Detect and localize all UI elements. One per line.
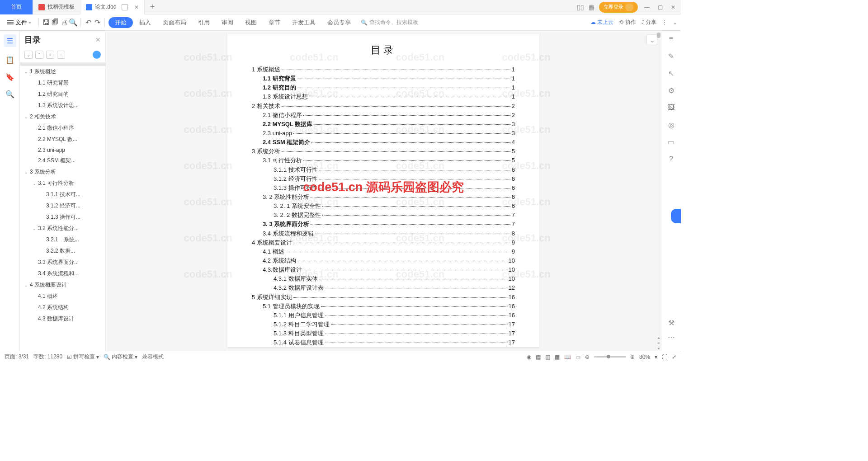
outline-item[interactable]: 2.3 uni-app <box>20 145 105 155</box>
zoom-out-icon[interactable]: ⊖ <box>585 354 590 360</box>
document-area[interactable]: ⌄ code51.cncode51.cncode51.cncode51.cnco… <box>106 31 661 351</box>
toc-entry[interactable]: 2.3 uni-app3 <box>252 129 515 138</box>
outline-item[interactable]: 2.4 SSM 框架... <box>20 155 105 166</box>
toc-entry[interactable]: 3. 2. 1 系统安全性6 <box>252 202 515 211</box>
apps-icon[interactable]: ▦ <box>589 4 594 11</box>
toc-entry[interactable]: 3. 2. 2 数据完整性7 <box>252 211 515 220</box>
zoom-dropdown-icon[interactable]: ▾ <box>655 354 657 360</box>
outline-item[interactable]: ⌄4 系统概要设计 <box>20 279 105 291</box>
toc-entry[interactable]: 2.1 微信小程序2 <box>252 111 515 120</box>
outline-item[interactable]: 3.2.1 系统... <box>20 234 105 245</box>
focus-mode-icon[interactable]: ◉ <box>527 354 531 360</box>
outline-item[interactable]: 4.2 系统结构 <box>20 302 105 313</box>
image-icon[interactable]: 🖼 <box>667 103 676 112</box>
menu-会员专享[interactable]: 会员专享 <box>322 17 356 28</box>
outline-item[interactable]: 4.1 概述 <box>20 291 105 302</box>
message-icon[interactable] <box>93 51 101 59</box>
menu-开发工具[interactable]: 开发工具 <box>287 17 321 28</box>
device-icon[interactable]: ▭ <box>667 137 676 146</box>
print-preview-icon[interactable]: 🔍 <box>70 19 77 26</box>
maximize-button[interactable]: ▢ <box>656 4 665 10</box>
toc-entry[interactable]: 1.1 研究背景1 <box>252 74 515 83</box>
outline-close-icon[interactable]: ✕ <box>95 36 101 43</box>
save-icon[interactable]: 🖫 <box>42 19 50 26</box>
tab-document[interactable]: 论文.doc✕ <box>80 0 145 14</box>
more-dots-icon[interactable]: ⋯ <box>667 333 676 342</box>
toc-entry[interactable]: 5.1.2 科目二学习管理17 <box>252 320 515 329</box>
command-search[interactable]: 🔍查找命令、搜索模板 <box>361 19 418 26</box>
outline-item[interactable]: ⌄1 系统概述 <box>20 66 105 77</box>
file-menu[interactable]: 文件▾ <box>4 17 35 28</box>
bookmark-toggle-icon[interactable]: ⌄ <box>646 34 657 45</box>
cloud-status[interactable]: ☁ 未上云 <box>590 19 613 26</box>
outline-item[interactable]: 2.1 微信小程序 <box>20 122 105 134</box>
read-mode-icon[interactable]: 📖 <box>564 354 571 360</box>
share-button[interactable]: ⤴ 分享 <box>642 19 656 26</box>
toc-entry[interactable]: 3.1.1 技术可行性6 <box>252 165 515 174</box>
menu-lines-icon[interactable]: ≡ <box>667 34 676 43</box>
fit-page-icon[interactable]: ⛶ <box>662 354 667 360</box>
toc-entry[interactable]: 2.2 MYSQL 数据库3 <box>252 120 515 129</box>
view-outline-icon[interactable]: ▥ <box>545 354 550 360</box>
remove-item-icon[interactable]: − <box>57 51 65 59</box>
outline-item[interactable]: ⌄3.2 系统性能分... <box>20 223 105 234</box>
add-item-icon[interactable]: + <box>46 51 54 59</box>
toc-entry[interactable]: 5.1 管理员模块的实现16 <box>252 302 515 311</box>
menu-插入[interactable]: 插入 <box>134 17 156 28</box>
side-drawer-handle[interactable] <box>671 209 681 223</box>
menu-视图[interactable]: 视图 <box>240 17 262 28</box>
new-tab-button[interactable]: + <box>145 2 160 12</box>
zoom-in-icon[interactable]: ⊕ <box>630 354 635 360</box>
outline-item[interactable]: 3.1.3 操作可... <box>20 212 105 223</box>
scroll-up-icon[interactable]: ▴ <box>658 335 660 340</box>
view-page-icon[interactable]: ▤ <box>536 354 541 360</box>
outline-icon[interactable]: ☰ <box>4 34 16 47</box>
toc-entry[interactable]: 5.1.3 科目类型管理17 <box>252 329 515 338</box>
target-icon[interactable]: ◎ <box>667 120 676 129</box>
outline-item[interactable]: 2.2 MYSQL 数... <box>20 134 105 145</box>
pen-icon[interactable]: ✎ <box>667 52 676 61</box>
outline-item[interactable]: 3.3 系统界面分... <box>20 257 105 268</box>
login-button[interactable]: 立即登录 <box>599 2 638 13</box>
outline-item[interactable]: ⌄3 系统分析 <box>20 166 105 178</box>
page-indicator[interactable]: 页面: 3/31 <box>5 353 29 361</box>
toc-entry[interactable]: 3.4 系统流程和逻辑8 <box>252 229 515 238</box>
help-icon[interactable]: ? <box>667 155 676 164</box>
toc-entry[interactable]: 4.3.数据库设计10 <box>252 265 515 274</box>
more-icon[interactable]: ⋮ <box>662 19 667 26</box>
toc-entry[interactable]: 1.3 系统设计思想1 <box>252 92 515 101</box>
outline-item[interactable]: ⌄3.1 可行性分析 <box>20 178 105 189</box>
toc-entry[interactable]: 5.1.1 用户信息管理16 <box>252 311 515 320</box>
outline-item[interactable]: ⌄2 相关技术 <box>20 111 105 122</box>
toc-entry[interactable]: 4.1 概述9 <box>252 247 515 256</box>
scroll-down-icon[interactable]: ▾ <box>658 346 660 351</box>
toc-entry[interactable]: 5 系统详细实现16 <box>252 293 515 302</box>
expand-all-icon[interactable]: ⌃ <box>35 51 43 59</box>
close-button[interactable]: ✕ <box>669 4 677 10</box>
clipboard-icon[interactable]: 📋 <box>5 55 14 64</box>
print-layout-icon[interactable]: ▭ <box>576 354 580 360</box>
toc-entry[interactable]: 4.2 系统结构10 <box>252 256 515 265</box>
collapse-ribbon-icon[interactable]: ⌄ <box>673 19 677 26</box>
outline-item[interactable]: 3.4 系统流程和... <box>20 268 105 279</box>
zoom-slider[interactable] <box>594 356 626 358</box>
vertical-scrollbar[interactable]: ▴≡▾ <box>656 31 661 351</box>
outline-item[interactable] <box>20 62 105 66</box>
outline-item[interactable]: 4.3 数据库设计 <box>20 313 105 325</box>
menu-页面布局[interactable]: 页面布局 <box>157 17 192 28</box>
scroll-thumb[interactable] <box>657 33 660 38</box>
toc-entry[interactable]: 2 相关技术2 <box>252 102 515 111</box>
fullscreen-icon[interactable]: ⤢ <box>672 354 676 360</box>
scroll-handle-icon[interactable]: ≡ <box>657 341 660 345</box>
settings-icon[interactable]: ⚙ <box>667 86 676 95</box>
outline-item[interactable]: 3.1.1 技术可... <box>20 189 105 200</box>
toc-entry[interactable]: 1.2 研究目的1 <box>252 83 515 92</box>
toc-entry[interactable]: 3.1 可行性分析5 <box>252 156 515 165</box>
minimize-button[interactable]: — <box>642 4 651 10</box>
cursor-icon[interactable]: ↖ <box>667 69 676 78</box>
redo-icon[interactable]: ↷ <box>94 19 101 26</box>
outline-item[interactable]: 1.2 研究目的 <box>20 89 105 100</box>
view-web-icon[interactable]: ▦ <box>555 354 560 360</box>
spell-check[interactable]: ☑ 拼写检查 ▾ <box>67 353 99 361</box>
toc-entry[interactable]: 3 系统分析5 <box>252 147 515 156</box>
